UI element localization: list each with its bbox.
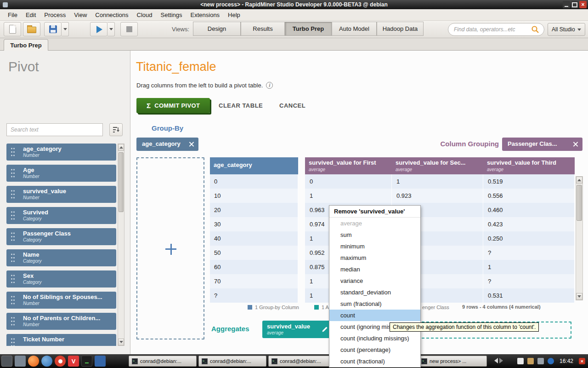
maximize-icon[interactable] xyxy=(571,1,578,8)
scrollbar-thumb[interactable] xyxy=(119,152,124,212)
context-menu-item-count[interactable]: count xyxy=(329,310,420,321)
context-menu-item-minimum[interactable]: minimum xyxy=(329,241,420,252)
stop-button[interactable] xyxy=(120,22,138,36)
menu-help[interactable]: Help xyxy=(224,9,244,21)
commit-pivot-button[interactable]: COMMIT PIVOT xyxy=(136,98,210,113)
taskbar-window-terminal-2[interactable]: conrad@debian:... xyxy=(198,356,266,367)
sidebar-scrollbar[interactable] xyxy=(118,144,124,346)
view-button-auto-model[interactable]: Auto Model xyxy=(332,22,377,36)
drag-handle-icon xyxy=(11,295,15,305)
bluetooth-icon[interactable] xyxy=(548,358,554,364)
scroll-down-button[interactable] xyxy=(576,293,582,300)
pivot-cell: 1 xyxy=(392,174,483,189)
new-process-button[interactable] xyxy=(4,22,21,36)
menu-extensions[interactable]: Extensions xyxy=(187,9,224,21)
display-settings-icon[interactable] xyxy=(95,356,106,367)
pivot-column-header-second[interactable]: survived_value for Sec... average xyxy=(392,157,483,174)
sidebar-column-passenger-class[interactable]: Passenger Class Category xyxy=(6,228,116,245)
printer-icon[interactable] xyxy=(537,358,544,364)
column-name: Passenger Class xyxy=(23,230,71,237)
sidebar-column-parents-children[interactable]: No of Parents or Children... Number xyxy=(6,313,116,330)
context-menu-item-count-including-missings[interactable]: count (including missings) xyxy=(329,333,420,344)
sidebar-column-age-category[interactable]: age_category Number xyxy=(6,144,116,161)
clipboard-icon[interactable] xyxy=(527,358,534,364)
view-button-results[interactable]: Results xyxy=(241,22,285,36)
view-button-turbo-prep[interactable]: Turbo Prep xyxy=(285,22,332,36)
window-list-pager[interactable] xyxy=(494,358,503,363)
notes-tray-icon[interactable] xyxy=(517,358,524,364)
close-icon[interactable] xyxy=(579,1,587,8)
clear-table-button[interactable]: CLEAR TABLE xyxy=(219,98,263,113)
menu-view[interactable]: View xyxy=(70,9,91,21)
table-scrollbar[interactable] xyxy=(576,176,583,300)
taskbar-window-terminal-1[interactable]: conrad@debian:... xyxy=(129,356,197,367)
minimize-icon[interactable] xyxy=(563,1,570,8)
terminal-window-icon xyxy=(271,358,277,364)
sidebar-column-siblings-spouses[interactable]: No of Siblings or Spouses... Number xyxy=(6,292,116,309)
context-menu-item-standard-deviation[interactable]: standard_deviation xyxy=(329,287,420,298)
menu-process[interactable]: Process xyxy=(40,9,70,21)
context-menu-item-variance[interactable]: variance xyxy=(329,275,420,287)
taskbar-window-rapidminer[interactable]: new process> ... xyxy=(418,356,487,367)
sidebar-column-sex[interactable]: Sex Category xyxy=(6,270,116,288)
sidebar-column-age[interactable]: Age Number xyxy=(6,165,116,182)
terminal-icon[interactable] xyxy=(81,356,92,367)
save-dropdown-button[interactable] xyxy=(62,22,69,36)
remove-icon[interactable] xyxy=(572,141,579,148)
run-dropdown-button[interactable] xyxy=(107,22,115,36)
save-process-button[interactable] xyxy=(44,22,62,36)
aggregate-chip[interactable]: survived_value average xyxy=(262,321,332,338)
sidebar-column-survived[interactable]: Survived Category xyxy=(6,207,116,224)
column-search-input[interactable] xyxy=(6,123,103,136)
app-menu-icon[interactable] xyxy=(1,356,12,367)
scroll-down-button[interactable] xyxy=(118,339,124,345)
menubar: File Edit Process View Connections Cloud… xyxy=(0,9,588,21)
search-icon[interactable] xyxy=(531,25,539,34)
pivot-column-header-first[interactable]: survived_value for First average xyxy=(305,157,392,174)
context-menu-item-median[interactable]: median xyxy=(329,264,420,275)
context-menu-remove-item[interactable]: Remove 'survived_value' xyxy=(329,206,420,218)
menu-edit[interactable]: Edit xyxy=(22,9,40,21)
view-button-design[interactable]: Design xyxy=(193,22,241,36)
sort-columns-button[interactable] xyxy=(109,123,123,136)
remove-icon[interactable] xyxy=(188,141,195,148)
pivot-row-header[interactable]: age_category xyxy=(210,157,298,174)
global-search-input[interactable] xyxy=(448,23,544,36)
search-scope-dropdown[interactable]: All Studio xyxy=(548,23,585,36)
group-by-chip[interactable]: age_category xyxy=(136,138,198,151)
pivot-column-header-third[interactable]: survived_value for Third average xyxy=(483,157,575,174)
column-header-function: average xyxy=(396,167,412,172)
menu-file[interactable]: File xyxy=(4,9,22,21)
menu-connections[interactable]: Connections xyxy=(91,9,132,21)
sidebar-column-name[interactable]: Name Category xyxy=(6,249,116,266)
context-menu-item-sum-fractional[interactable]: sum (fractional) xyxy=(329,298,420,310)
context-menu-item-sum[interactable]: sum xyxy=(329,229,420,241)
scroll-up-button[interactable] xyxy=(118,144,124,151)
context-menu-item-maximum[interactable]: maximum xyxy=(329,252,420,264)
column-grouping-chip[interactable]: Passenger Clas... xyxy=(502,138,582,151)
cancel-button[interactable]: CANCEL xyxy=(279,98,305,113)
column-name: Age xyxy=(23,167,34,173)
sidebar-column-ticket-number[interactable]: Ticket Number xyxy=(6,334,116,346)
tab-turbo-prep[interactable]: Turbo Prep xyxy=(4,39,48,51)
context-menu-item-count-fractional[interactable]: count (fractional) xyxy=(329,356,420,367)
run-button[interactable] xyxy=(90,22,107,36)
context-menu-item-count-percentage[interactable]: count (percentage) xyxy=(329,344,420,356)
open-process-button[interactable] xyxy=(23,22,40,36)
scroll-up-button[interactable] xyxy=(576,177,582,184)
sidebar-column-survived-value[interactable]: survived_value Number xyxy=(6,186,116,203)
vivaldi-icon[interactable]: V xyxy=(68,356,79,367)
firefox-icon[interactable] xyxy=(28,356,39,367)
menu-cloud[interactable]: Cloud xyxy=(133,9,157,21)
edit-pencil-icon[interactable] xyxy=(322,326,328,333)
logout-icon[interactable] xyxy=(579,358,585,364)
info-icon[interactable] xyxy=(266,82,273,89)
scrollbar-thumb[interactable] xyxy=(577,185,582,221)
web-browser-icon[interactable] xyxy=(41,356,52,367)
menu-settings[interactable]: Settings xyxy=(157,9,187,21)
file-manager-icon[interactable] xyxy=(15,356,26,367)
group-by-swatch-icon xyxy=(248,305,252,310)
browser-icon[interactable] xyxy=(55,356,66,367)
taskbar-window-terminal-3[interactable]: conrad@debian:... xyxy=(268,356,336,367)
view-button-hadoop-data[interactable]: Hadoop Data xyxy=(377,22,424,36)
